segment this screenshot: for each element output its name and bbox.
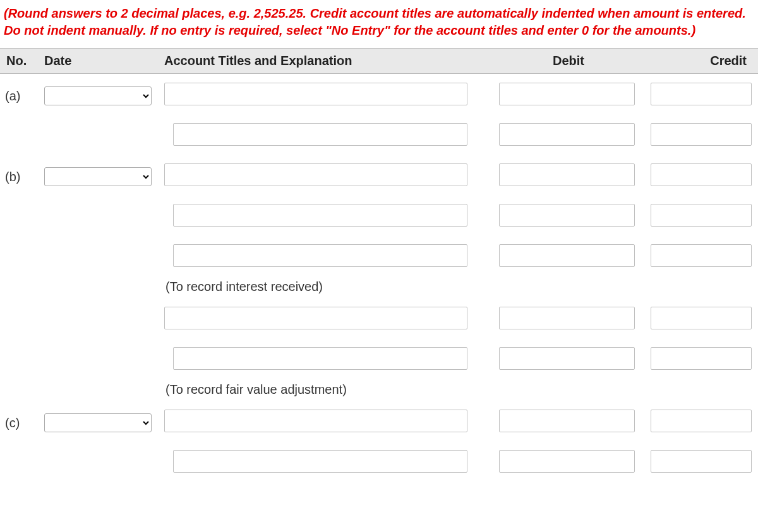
credit-input[interactable] <box>651 410 752 432</box>
table-row <box>0 235 758 276</box>
credit-input[interactable] <box>651 347 752 370</box>
debit-input[interactable] <box>499 410 635 432</box>
credit-input[interactable] <box>651 163 752 186</box>
account-input[interactable] <box>173 347 467 370</box>
credit-input[interactable] <box>651 123 752 146</box>
date-select-a[interactable] <box>44 86 152 105</box>
table-row <box>0 441 758 482</box>
account-input[interactable] <box>164 83 467 105</box>
table-row: (a) <box>0 74 758 115</box>
table-row <box>0 338 758 379</box>
date-select-c[interactable] <box>44 413 152 432</box>
header-debit: Debit <box>493 49 644 74</box>
debit-input[interactable] <box>499 204 635 227</box>
account-input[interactable] <box>164 163 467 186</box>
explanation-text: (To record interest received) <box>164 280 323 293</box>
credit-input[interactable] <box>651 244 752 267</box>
header-date: Date <box>38 49 158 74</box>
account-input[interactable] <box>164 307 467 329</box>
journal-entry-table: No. Date Account Titles and Explanation … <box>0 48 758 482</box>
row-label-b: (b) <box>0 155 38 195</box>
date-select-b[interactable] <box>44 167 152 186</box>
debit-input[interactable] <box>499 83 635 105</box>
account-input[interactable] <box>173 204 467 227</box>
header-credit: Credit <box>644 49 758 74</box>
header-no: No. <box>0 49 38 74</box>
account-input[interactable] <box>173 244 467 267</box>
credit-input[interactable] <box>651 83 752 105</box>
row-label-c: (c) <box>0 401 38 441</box>
table-row: (b) <box>0 155 758 195</box>
account-input[interactable] <box>173 123 467 146</box>
debit-input[interactable] <box>499 244 635 267</box>
table-row <box>0 195 758 235</box>
credit-input[interactable] <box>651 307 752 329</box>
credit-input[interactable] <box>651 204 752 227</box>
table-row: (To record fair value adjustment) <box>0 379 758 401</box>
instructions-text: (Round answers to 2 decimal places, e.g.… <box>0 0 758 48</box>
debit-input[interactable] <box>499 163 635 186</box>
header-account: Account Titles and Explanation <box>158 49 493 74</box>
account-input[interactable] <box>164 410 467 432</box>
row-label-a: (a) <box>0 74 38 115</box>
explanation-text: (To record fair value adjustment) <box>164 382 347 396</box>
debit-input[interactable] <box>499 347 635 370</box>
table-row: (c) <box>0 401 758 441</box>
credit-input[interactable] <box>651 450 752 473</box>
debit-input[interactable] <box>499 307 635 329</box>
account-input[interactable] <box>173 450 467 473</box>
table-row <box>0 298 758 338</box>
table-row <box>0 114 758 155</box>
debit-input[interactable] <box>499 123 635 146</box>
debit-input[interactable] <box>499 450 635 473</box>
table-row: (To record interest received) <box>0 276 758 298</box>
